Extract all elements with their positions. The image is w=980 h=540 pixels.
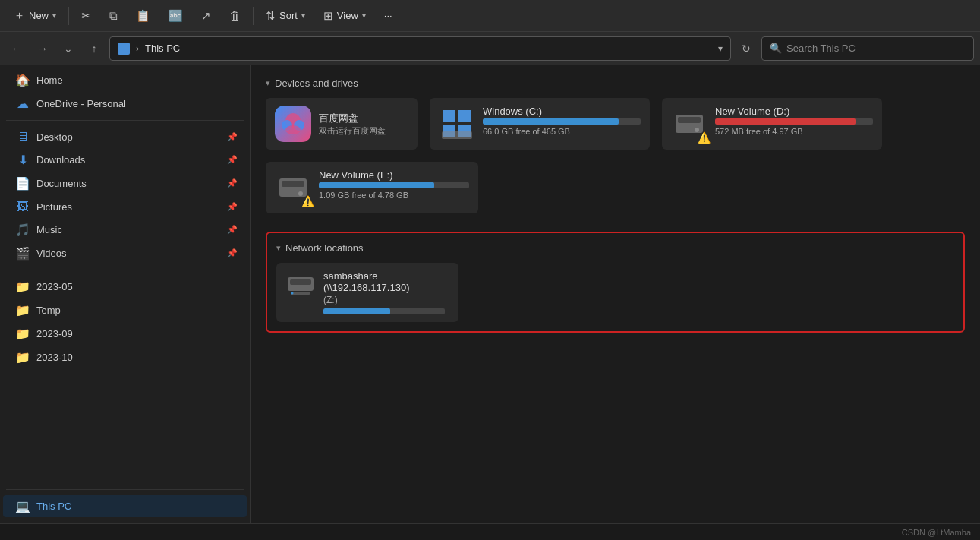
this-pc-icon — [118, 43, 130, 55]
view-button[interactable]: ⊞ View ▾ — [316, 6, 373, 26]
baidu-sub: 双击运行百度网盘 — [319, 125, 386, 137]
address-dropdown-icon: ▾ — [718, 43, 723, 54]
baidu-svg — [279, 110, 307, 137]
share-icon: ↗ — [201, 9, 211, 23]
sidebar-item-onedrive[interactable]: ☁ OneDrive - Personal — [3, 93, 247, 115]
sidebar-item-home[interactable]: 🏠 Home — [3, 69, 247, 91]
paste-icon: 📋 — [136, 9, 150, 23]
downloads-pin-icon: 📌 — [227, 155, 238, 165]
drive-d-free: 572 MB free of 4.97 GB — [715, 127, 873, 136]
drive-c-name: Windows (C:) — [483, 106, 641, 117]
sidebar-item-desktop-label: Desktop — [36, 131, 221, 143]
sidebar-divider-2 — [6, 270, 244, 270]
more-button[interactable]: ··· — [377, 7, 400, 24]
back-button[interactable]: ← — [6, 38, 27, 59]
drive-d-warning-icon: ⚠️ — [698, 131, 711, 144]
devices-section-label: Devices and drives — [275, 77, 358, 89]
net-card-sambashare[interactable]: sambashare (\\192.168.117.130) (Z:) — [276, 263, 458, 322]
sidebar-item-2023-09[interactable]: 📁 2023-09 — [3, 323, 247, 345]
copy-button[interactable]: ⧉ — [102, 6, 125, 26]
sidebar-item-temp[interactable]: 📁 Temp — [3, 299, 247, 321]
paste-button[interactable]: 📋 — [128, 6, 158, 26]
drive-c-icon — [439, 106, 475, 142]
drive-c-bar-wrap — [483, 118, 641, 125]
view-icon: ⊞ — [323, 9, 333, 23]
drive-e-free: 1.09 GB free of 4.78 GB — [319, 191, 469, 200]
drive-c-icon-area — [439, 106, 475, 142]
sidebar-item-desktop[interactable]: 🖥 Desktop 📌 — [3, 126, 247, 147]
sidebar-item-music[interactable]: 🎵 Music 📌 — [3, 219, 247, 241]
view-label: View — [337, 10, 358, 21]
net-sambashare-bar-wrap — [323, 308, 445, 314]
search-box[interactable]: 🔍 Search This PC — [761, 36, 974, 61]
baidu-info: 百度网盘 双击运行百度网盘 — [319, 112, 386, 137]
sidebar-item-2023-05-label: 2023-05 — [36, 281, 238, 292]
view-chevron-icon: ▾ — [362, 11, 366, 20]
refresh-button[interactable]: ↻ — [736, 38, 757, 59]
drives-grid: 百度网盘 双击运行百度网盘 — [266, 98, 965, 213]
sidebar-item-videos[interactable]: 🎬 Videos 📌 — [3, 242, 247, 264]
sidebar-item-downloads[interactable]: ⬇ Downloads 📌 — [3, 149, 247, 171]
drive-e-name: New Volume (E:) — [319, 169, 469, 181]
sort-icon: ⇅ — [266, 9, 276, 23]
status-bar: CSDN @LtMamba — [0, 523, 980, 540]
pictures-pin-icon: 📌 — [227, 202, 238, 212]
drive-card-d[interactable]: ⚠️ New Volume (D:) 572 MB free of 4.97 G… — [662, 98, 882, 150]
onedrive-icon: ☁ — [15, 96, 30, 111]
drive-d-bar — [715, 118, 856, 125]
sidebar-item-documents[interactable]: 📄 Documents 📌 — [3, 172, 247, 194]
toolbar-sep-2 — [253, 7, 254, 25]
sidebar-item-2023-05[interactable]: 📁 2023-05 — [3, 276, 247, 298]
drive-e-info: New Volume (E:) 1.09 GB free of 4.78 GB — [319, 169, 469, 200]
recent-button[interactable]: ⌄ — [58, 38, 79, 59]
baidu-card[interactable]: 百度网盘 双击运行百度网盘 — [266, 98, 418, 150]
delete-icon: 🗑 — [229, 9, 241, 22]
new-label: New — [29, 10, 49, 21]
downloads-icon: ⬇ — [15, 153, 30, 167]
drive-c-info: Windows (C:) 66.0 GB free of 465 GB — [483, 106, 641, 136]
main-layout: 🏠 Home ☁ OneDrive - Personal 🖥 Desktop 📌… — [0, 65, 980, 523]
pictures-icon: 🖼 — [15, 200, 30, 213]
devices-chevron-icon: ▾ — [266, 78, 270, 88]
folder-2023-10-icon: 📁 — [15, 350, 30, 365]
share-button[interactable]: ↗ — [194, 6, 219, 26]
network-section-header[interactable]: ▾ Network locations — [276, 242, 954, 254]
videos-icon: 🎬 — [15, 246, 30, 261]
sidebar-item-pictures[interactable]: 🖼 Pictures 📌 — [3, 196, 247, 217]
svg-rect-16 — [290, 279, 311, 285]
sort-button[interactable]: ⇅ Sort ▾ — [258, 6, 313, 26]
rename-button[interactable]: 🔤 — [161, 6, 191, 26]
drive-card-e[interactable]: ⚠️ New Volume (E:) 1.09 GB free of 4.78 … — [266, 162, 478, 213]
network-section: ▾ Network locations sambashare (\\192. — [266, 232, 965, 333]
cut-icon: ✂ — [81, 9, 91, 23]
address-path: This PC — [145, 43, 180, 54]
sidebar-item-videos-label: Videos — [36, 248, 221, 259]
delete-button[interactable]: 🗑 — [222, 6, 248, 25]
address-input[interactable]: › This PC ▾ — [109, 36, 731, 61]
sort-label: Sort — [279, 10, 298, 21]
home-icon: 🏠 — [15, 73, 30, 87]
folder-2023-05-icon: 📁 — [15, 279, 30, 294]
svg-rect-5 — [458, 110, 471, 122]
music-pin-icon: 📌 — [227, 225, 238, 235]
svg-rect-10 — [678, 117, 701, 123]
new-button[interactable]: ＋ New ▾ — [6, 5, 64, 26]
up-button[interactable]: ↑ — [84, 38, 105, 59]
address-text: › — [136, 43, 139, 54]
sidebar-item-onedrive-label: OneDrive - Personal — [36, 98, 238, 109]
forward-button[interactable]: → — [32, 38, 53, 59]
sidebar-item-2023-09-label: 2023-09 — [36, 328, 238, 339]
new-chevron-icon: ▾ — [52, 11, 56, 20]
sidebar-item-music-label: Music — [36, 224, 221, 235]
drive-e-bar-wrap — [319, 182, 469, 188]
sidebar-item-2023-10[interactable]: 📁 2023-10 — [3, 346, 247, 368]
sidebar-item-thispc[interactable]: 💻 This PC — [3, 495, 247, 517]
drive-card-c[interactable]: Windows (C:) 66.0 GB free of 465 GB — [430, 98, 650, 150]
cut-button[interactable]: ✂ — [74, 6, 99, 26]
svg-point-18 — [291, 292, 294, 295]
sidebar-item-temp-label: Temp — [36, 305, 238, 316]
toolbar: ＋ New ▾ ✂ ⧉ 📋 🔤 ↗ 🗑 ⇅ Sort ▾ ⊞ View ▾ ··… — [0, 0, 980, 32]
devices-section-header[interactable]: ▾ Devices and drives — [266, 77, 965, 89]
status-credit: CSDN @LtMamba — [902, 528, 971, 537]
sidebar-divider-bottom — [6, 489, 244, 490]
